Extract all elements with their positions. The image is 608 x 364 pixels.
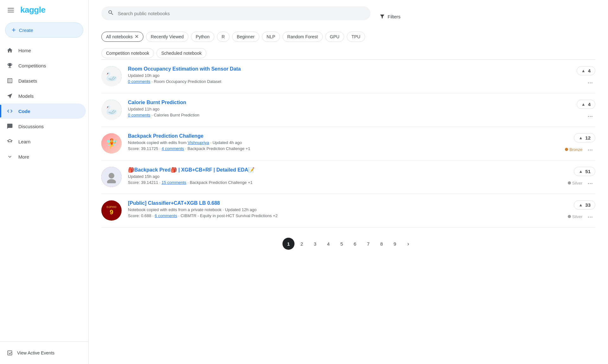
chip-beginner[interactable]: Beginner [232, 32, 259, 42]
notebook-title[interactable]: Backpack Prediction Challenge [128, 133, 559, 139]
chip-r[interactable]: R [217, 32, 230, 42]
notebook-info: [Public] Classifier+CAT+XGB LB 0.688 Not… [128, 200, 561, 218]
sidebar-item-more[interactable]: More [0, 149, 86, 164]
avatar-ring [101, 167, 122, 187]
notebook-meta: Updated 15h ago [128, 174, 561, 179]
sidebar-item-home[interactable]: Home [0, 43, 86, 58]
search-row: Filters [101, 6, 595, 27]
notebook-title[interactable]: Room Occupancy Estimation with Sensor Da… [128, 66, 570, 72]
notebook-info: Calorie Burnt Prediction Updated 11h ago… [128, 100, 570, 117]
sidebar-item-label: Code [18, 109, 30, 114]
chip-label: All notebooks [106, 34, 133, 39]
chip-gpu[interactable]: GPU [325, 32, 344, 42]
chip-python[interactable]: Python [191, 32, 214, 42]
create-button[interactable]: + Create [5, 22, 83, 38]
chip-random-forest[interactable]: Random Forest [282, 32, 322, 42]
upvote-icon: ▲ [579, 169, 583, 174]
chevron-down-icon [6, 153, 13, 160]
notebook-tags: Score: 0.688 · 6 comments · CIBMTR - Equ… [128, 213, 561, 218]
sidebar-item-datasets[interactable]: Datasets [0, 73, 86, 88]
more-options-button[interactable]: ··· [585, 111, 595, 120]
comments-link[interactable]: 0 comments [128, 79, 150, 84]
notebook-item: 🦢 Room Occupancy Estimation with Sensor … [101, 60, 595, 93]
page-4-button[interactable]: 4 [322, 238, 334, 250]
notebook-info: 🎒Backpack Pred🎒 | XGB+CB+RF | Detailed E… [128, 167, 561, 185]
comments-link[interactable]: 4 comments [162, 146, 184, 151]
comments-link[interactable]: 0 comments [128, 113, 150, 117]
notebook-meta: Updated 11h ago [128, 107, 570, 111]
page-6-button[interactable]: 6 [349, 238, 361, 250]
vote-button[interactable]: ▲ 4 [577, 66, 595, 75]
comments-link[interactable]: 15 comments [162, 180, 186, 185]
notebook-right: ▲ 4 ··· [577, 100, 595, 120]
notebook-item: 🦢 Calorie Burnt Prediction Updated 11h a… [101, 93, 595, 127]
page-8-button[interactable]: 8 [376, 238, 388, 250]
page-2-button[interactable]: 2 [296, 238, 308, 250]
page-5-button[interactable]: 5 [336, 238, 348, 250]
next-page-button[interactable]: › [402, 238, 414, 250]
more-options-button[interactable]: ··· [585, 212, 595, 221]
sidebar-item-label: Learn [18, 139, 30, 144]
chip-nlp[interactable]: NLP [262, 32, 280, 42]
chip-tpu[interactable]: TPU [347, 32, 365, 42]
silver-dot [568, 181, 571, 185]
notebook-right: ▲ 4 ··· [577, 66, 595, 87]
chip-scheduled-notebook[interactable]: Scheduled notebook [156, 48, 206, 58]
notebook-title[interactable]: 🎒Backpack Pred🎒 | XGB+CB+RF | Detailed E… [128, 167, 561, 173]
vote-button[interactable]: ▲ 12 [574, 133, 595, 142]
sidebar-item-code[interactable]: Code [0, 104, 86, 119]
vote-count: 33 [585, 202, 591, 208]
filters-label: Filters [388, 14, 401, 19]
notebook-item: 🧚 Backpack Prediction Challenge Notebook… [101, 127, 595, 160]
page-9-button[interactable]: 9 [389, 238, 401, 250]
vote-button[interactable]: ▲ 33 [574, 200, 595, 210]
search-bar [101, 6, 370, 20]
filter-chips: All notebooks ✕ Recently Viewed Python R… [101, 32, 595, 42]
notebook-meta: Notebook copied with edits from a privat… [128, 207, 561, 212]
avatar-ring [101, 200, 122, 221]
sidebar-item-competitions[interactable]: Competitions [0, 58, 86, 73]
view-active-events[interactable]: View Active Events [6, 347, 82, 359]
more-options-button[interactable]: ··· [585, 179, 595, 187]
sidebar-item-label: More [18, 154, 29, 160]
sidebar-item-label: Datasets [18, 78, 37, 84]
upvote-icon: ▲ [579, 203, 583, 207]
notebook-list: 🦢 Room Occupancy Estimation with Sensor … [101, 60, 595, 228]
vote-button[interactable]: ▲ 51 [574, 167, 595, 176]
vote-button[interactable]: ▲ 4 [577, 100, 595, 109]
chip-all-notebooks[interactable]: All notebooks ✕ [101, 32, 143, 42]
hamburger-icon[interactable] [5, 5, 16, 15]
more-options-button[interactable]: ··· [585, 145, 595, 154]
chip-label: NLP [267, 34, 275, 39]
sidebar-item-discussions[interactable]: Discussions [0, 119, 86, 134]
table-icon [6, 77, 13, 84]
view-active-events-label: View Active Events [17, 350, 54, 355]
sidebar-item-learn[interactable]: Learn [0, 134, 86, 149]
notebook-title[interactable]: [Public] Classifier+CAT+XGB LB 0.688 [128, 200, 561, 206]
notebook-tags: Score: 39.11725 · 4 comments · Backpack … [128, 146, 559, 151]
pagination: 1 2 3 4 5 6 7 8 9 › [101, 228, 595, 256]
chip-close-icon[interactable]: ✕ [135, 34, 139, 39]
chip-competition-notebook[interactable]: Competition notebook [101, 48, 154, 58]
chip-recently-viewed[interactable]: Recently Viewed [146, 32, 188, 42]
page-7-button[interactable]: 7 [362, 238, 374, 250]
badge-label: Silver [572, 214, 583, 219]
chip-label: Python [196, 34, 210, 39]
notebook-title[interactable]: Calorie Burnt Prediction [128, 100, 570, 105]
avatar [101, 167, 122, 187]
page-3-button[interactable]: 3 [309, 238, 321, 250]
dataset-link: Calories Burnt Prediction [154, 113, 200, 117]
chip-label: Competition notebook [106, 51, 149, 56]
search-input[interactable] [118, 11, 364, 16]
avatar: 🦢 [101, 100, 122, 120]
notebook-info: Backpack Prediction Challenge Notebook c… [128, 133, 559, 151]
comments-link[interactable]: 6 comments [155, 213, 177, 218]
more-options-button[interactable]: ··· [585, 78, 595, 87]
source-link[interactable]: Vishnupriya [188, 140, 209, 145]
page-1-button[interactable]: 1 [282, 238, 294, 250]
chip-label: Recently Viewed [151, 34, 184, 39]
badge-row: Silver ··· [568, 179, 595, 187]
filters-button[interactable]: Filters [376, 11, 404, 22]
sidebar-bottom: View Active Events [0, 342, 88, 364]
sidebar-item-models[interactable]: Models [0, 88, 86, 104]
